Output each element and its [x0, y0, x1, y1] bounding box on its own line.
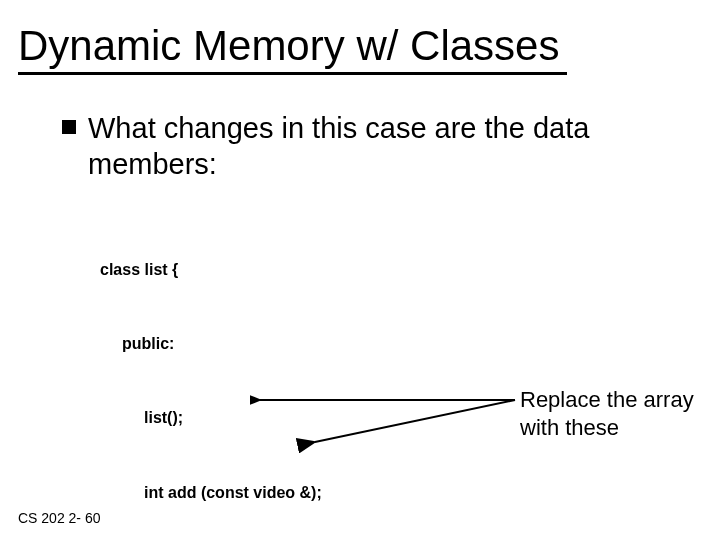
- slide-footer: CS 202 2- 60: [18, 510, 101, 526]
- annotation-line: with these: [520, 414, 694, 442]
- slide-body: What changes in this case are the data m…: [62, 110, 700, 183]
- slide-title: Dynamic Memory w/ Classes: [18, 22, 567, 75]
- bullet-text: What changes in this case are the data m…: [88, 110, 700, 183]
- code-line: class list {: [100, 258, 323, 283]
- svg-line-2: [315, 400, 515, 442]
- code-line: public:: [100, 332, 174, 357]
- slide: Dynamic Memory w/ Classes What changes i…: [0, 0, 720, 540]
- annotation: Replace the array with these: [520, 386, 694, 441]
- annotation-line: Replace the array: [520, 386, 694, 414]
- code-line: list();: [100, 406, 183, 431]
- bullet-item: What changes in this case are the data m…: [62, 110, 700, 183]
- code-block: class list { public: list(); int add (co…: [100, 208, 323, 540]
- code-line: int add (const video &);: [100, 481, 322, 506]
- bullet-icon: [62, 120, 76, 134]
